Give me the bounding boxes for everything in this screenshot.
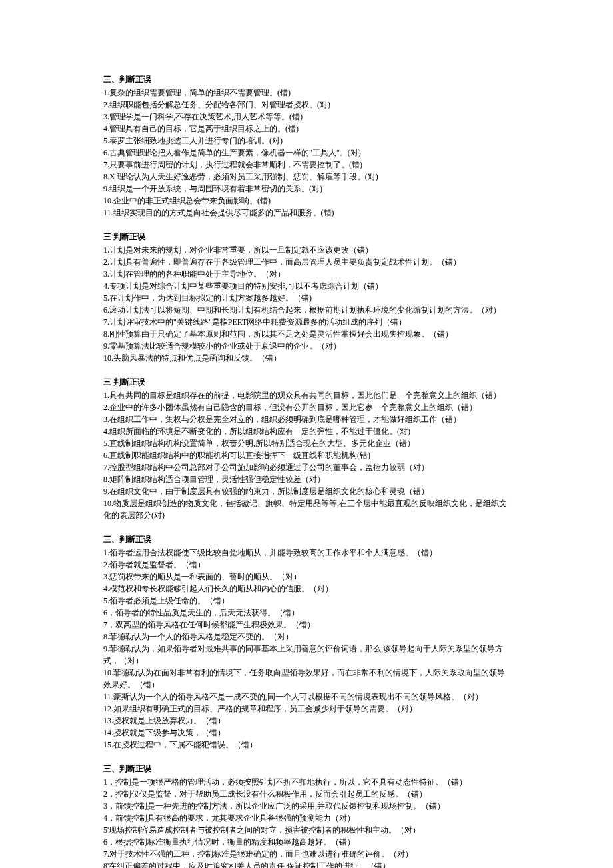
question-item: 8.菲德勒认为一个人的领导风格是稳定不变的。（对）	[103, 631, 510, 643]
question-item: 6．根据控制标准衡量执行情况时，衡量的精度和频率越高越好。（错）	[103, 836, 510, 848]
question-item: 4.模范权和专长权能够引起人们长久的顺从和内心的信服。（对）	[103, 583, 510, 595]
question-item: 2，控制仅仅是监督，对于帮助员工成长没有什么积极作用，反而会引起员工的反感。（错…	[103, 788, 510, 800]
question-item: 7.计划评审技术中的"关键线路"是指PERT网络中耗费资源最多的活动组成的序列（…	[103, 316, 510, 328]
section-title: 三、判断正误	[103, 73, 510, 85]
question-item: 2.组织职能包括分解总任务、分配给各部门、对管理者授权。(对)	[103, 99, 510, 111]
question-item: 11.组织实现目的的方式是向社会提供尽可能多的产品和服务。(错)	[103, 207, 510, 219]
question-item: 7.对于技术性不强的工种，控制标准是很难确定的，而且也难以进行准确的评价。（对）	[103, 848, 510, 860]
question-item: 13.授权就是上级放弃权力。（错）	[103, 715, 510, 727]
question-item: 1.复杂的组织需要管理，简单的组织不需要管理。(错)	[103, 87, 510, 99]
section: 三、判断正误1.领导者运用合法权能使下级比较自觉地顺从，并能导致较高的工作水平和…	[103, 533, 510, 751]
question-item: 2.领导者就是监督者。（错）	[103, 559, 510, 571]
question-item: 12.如果组织有明确正式的目标、严格的规章和程序，员工会减少对于领导的需要。（对…	[103, 703, 510, 715]
question-item: 8'在纠正偏差的过程中，应及时追究相关人员的责任,保证控制工作的进行。（错）	[103, 860, 510, 868]
question-item: 2.企业中的许多小团体虽然有自己隐含的目标，但没有公开的目标，因此它参一个完整意…	[103, 401, 510, 413]
question-item: 9.菲德勒认为，如果领导者对最难共事的同事基本上采用善意的评价词语，那么,该领导…	[103, 643, 510, 667]
question-item: 10.头脑风暴法的特点和优点是函询和反馈。（错）	[103, 352, 510, 364]
question-item: 5.在计划作中，为达到目标拟定的计划方案越多越好。（错)	[103, 292, 510, 304]
question-item: 5.泰罗主张细致地挑选工人并进行专门的培训。(对)	[103, 135, 510, 147]
question-item: 9.在组织文化中，由于制度层具有较强的约束力，所以制度层是组织文化的核心和灵魂（…	[103, 485, 510, 497]
section-title: 三、判断正误	[103, 533, 510, 545]
question-item: 1.领导者运用合法权能使下级比较自觉地顺从，并能导致较高的工作水平和个人满意感。…	[103, 547, 510, 559]
section-title: 三 判断正误	[103, 231, 510, 243]
question-item: 1.计划是对未来的规划，对企业非常重要，所以一旦制定就不应该更改（错）	[103, 244, 510, 256]
question-item: 1，控制是一项很严格的管理活动，必须按照针划不折不扣地执行，所以，它不具有动态性…	[103, 776, 510, 788]
question-item: 10.企业中的非正式组织总会带来负面影响。(错)	[103, 195, 510, 207]
question-item: 15.在授权过程中，下属不能犯错误。（错）	[103, 739, 510, 751]
question-item: 5.直线制组织结构机构设置简单，权责分明,所以特别适合现在的大型、多元化企业（错…	[103, 437, 510, 449]
section: 三 判断正误1.具有共同的目标是组织存在的前提，电影院里的观众具有共同的目标，因…	[103, 376, 510, 521]
section: 三、判断正误1.复杂的组织需要管理，简单的组织不需要管理。(错)2.组织职能包括…	[103, 73, 510, 219]
question-item: 6.古典管理理论把人看作是简单的生产要素，像机器一样的"工具人"。(对)	[103, 147, 510, 159]
question-item: 4.专项计划是对综合计划中某些重要项目的特别安排,可以不考虑综合计划（错）	[103, 280, 510, 292]
question-item: 7.控股型组织结构中公司总部对子公司施加影响必须通过子公司的董事会，监控力较弱（…	[103, 461, 510, 473]
question-item: 10.物质层是组织创造的物质文化，包括徽记、旗帜、特定用品等等,在三个层中能最直…	[103, 497, 510, 521]
question-item: 7，双高型的领导风格在任何时候都能产生积极效果。（错）	[103, 619, 510, 631]
section-title: 三 判断正误	[103, 376, 510, 388]
section: 三、判断正误1，控制是一项很严格的管理活动，必须按照针划不折不扣地执行，所以，它…	[103, 763, 510, 868]
question-item: 14.授权就是下级参与决策，（错）	[103, 727, 510, 739]
question-item: 9.零基预算法比较适合规模较小的企业或处于衰退中的企业。（对）	[103, 340, 510, 352]
question-item: 5'现场控制容易造成控制者与被控制者之间的对立，损害被控制者的积极性和主动。（对…	[103, 824, 510, 836]
section: 三 判断正误1.计划是对未来的规划，对企业非常重要，所以一旦制定就不应该更改（错…	[103, 231, 510, 364]
question-item: 11.豪斯认为一个人的领导风格不是一成不变的,同一个人可以根据不同的情境表现出不…	[103, 691, 510, 703]
question-item: 4.组织所面临的环境是不断变化的，所以组织结构应有一定的弹性，不能过于僵化。(对…	[103, 425, 510, 437]
question-item: 3，前馈控制是一种先进的控制方法，所以企业应广泛的采用,并取代反馈控制和现场控制…	[103, 800, 510, 812]
question-item: 3.计划在管理的的各种职能中处于主导地位。（对）	[103, 268, 510, 280]
question-item: 1.具有共同的目标是组织存在的前提，电影院里的观众具有共同的目标，因此他们是一个…	[103, 389, 510, 401]
question-item: 6.滚动计划法可以将短期、中期和长期计划有机结合起来，根据前期计划执和环境的变化…	[103, 304, 510, 316]
question-item: 2.计划具有普遍性，即普遍存在于各级管理工作中，而高层管理人员主要负责制定战术性…	[103, 256, 510, 268]
question-item: 3.惩罚权带来的顺从是一种表面的、暂时的顺从。（对）	[103, 571, 510, 583]
question-item: 3.管理学是一门科学,不存在决策艺术,用人艺术等等。(错)	[103, 111, 510, 123]
section-title: 三、判断正误	[103, 763, 510, 775]
question-item: 4，前馈控制具有很高的要求，尤其要求企业具备很强的预测能力（对）	[103, 812, 510, 824]
question-item: 6.直线制职能组织结构中的职能机构可以直接指挥下一级直线和职能机构(错)	[103, 449, 510, 461]
question-item: 4.管理具有自己的目标，它是高于组织目标之上的。(错)	[103, 123, 510, 135]
question-item: 8.刚性预算由于只确定了基本原则和范围，所以其不足之处是灵活性掌握好会出现失控现…	[103, 328, 510, 340]
question-item: 9.组织是一个开放系统，与周围环境有着非常密切的关系。(对)	[103, 183, 510, 195]
question-item: 3.在组织工作中，集权与分权是完全对立的，组织必须明确到底是哪种管理，才能做好组…	[103, 413, 510, 425]
question-item: 6，领导者的特性品质是天生的，后天无法获得。（错）	[103, 607, 510, 619]
question-item: 10.菲德勒认为在面对非常有利的情境下，任务取向型领导效果好，而在非常不利的情境…	[103, 667, 510, 691]
question-item: 8.矩阵制组织结构适合项目管理，灵活性强但稳定性较差（对）	[103, 473, 510, 485]
question-item: 5.领导者必须是上级任命的。（错）	[103, 595, 510, 607]
question-item: 7.只要事前进行周密的计划，执行过程就会非常顺利，不需要控制了。(错)	[103, 159, 510, 171]
question-item: 8.X 理论认为人天生好逸恶劳，必须对员工采用强制、惩罚、解雇等手段。(对)	[103, 171, 510, 183]
